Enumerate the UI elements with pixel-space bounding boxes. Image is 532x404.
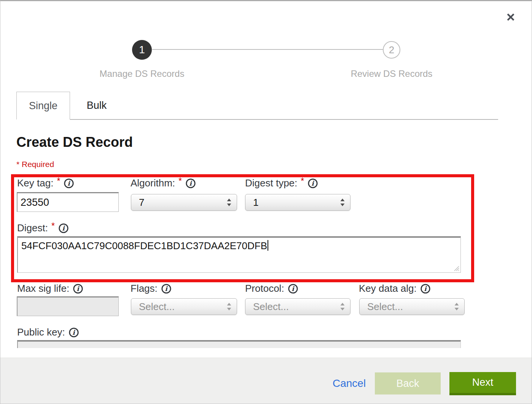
algorithm-select-value: 7	[139, 197, 144, 208]
max-sig-life-input[interactable]	[17, 296, 119, 316]
back-button[interactable]: Back	[375, 372, 441, 394]
required-asterisk: *	[178, 176, 182, 186]
digest-type-select-value: 1	[253, 197, 258, 208]
required-asterisk: *	[51, 221, 55, 231]
step-2-label: Review DS Records	[331, 68, 452, 79]
info-icon[interactable]: i	[64, 178, 74, 189]
info-icon-glyph: i	[312, 180, 315, 187]
flags-select-value: Select...	[139, 301, 175, 313]
close-button[interactable]	[504, 11, 517, 24]
tab-single[interactable]: Single	[16, 92, 70, 119]
algorithm-select[interactable]: 7	[131, 194, 237, 211]
protocol-select-value: Select...	[253, 301, 289, 313]
algorithm-label: Algorithm: * i	[131, 177, 196, 189]
resize-handle-icon[interactable]	[453, 265, 460, 272]
info-icon-glyph: i	[62, 224, 65, 232]
protocol-label: Protocol: i	[245, 283, 298, 294]
tab-divider	[70, 119, 498, 120]
digest-label: Digest: * i	[17, 222, 69, 234]
info-icon-glyph: i	[424, 285, 427, 293]
key-data-alg-label: Key data alg: i	[359, 283, 431, 294]
info-icon-glyph: i	[72, 329, 75, 336]
text-caret	[268, 240, 268, 251]
close-icon	[506, 12, 516, 22]
step-1-number: 1	[139, 44, 145, 56]
info-icon[interactable]: i	[307, 178, 318, 189]
public-key-label: Public key: i	[17, 326, 79, 338]
step-2-indicator: 2	[383, 41, 400, 59]
protocol-select[interactable]: Select...	[245, 298, 350, 315]
algorithm-label-text: Algorithm:	[131, 177, 175, 189]
select-arrows-icon	[226, 197, 232, 207]
info-icon[interactable]: i	[161, 283, 172, 294]
tab-bulk-label: Bulk	[87, 100, 107, 111]
tab-bulk[interactable]: Bulk	[70, 92, 123, 119]
key-data-alg-select-value: Select...	[367, 301, 403, 313]
info-icon[interactable]: i	[68, 327, 79, 338]
digest-textarea[interactable]: 54FCF030AA1C79C0088FDEC1BD1C37DAA2E70DFB	[17, 236, 461, 273]
key-tag-input[interactable]	[17, 192, 119, 212]
protocol-label-text: Protocol:	[245, 283, 284, 294]
info-icon-glyph: i	[68, 180, 71, 187]
public-key-label-text: Public key:	[17, 326, 65, 338]
key-data-alg-select[interactable]: Select...	[359, 298, 465, 315]
digest-label-text: Digest:	[17, 222, 48, 234]
next-button[interactable]: Next	[449, 372, 516, 395]
info-icon-glyph: i	[291, 285, 295, 293]
digest-type-select[interactable]: 1	[245, 194, 350, 211]
max-sig-life-label-text: Max sig life:	[17, 283, 69, 294]
step-1-label: Manage DS Records	[81, 68, 203, 79]
page-title: Create DS Record	[16, 134, 133, 150]
info-icon[interactable]: i	[185, 178, 196, 189]
required-note: * Required	[16, 160, 54, 169]
digest-value: 54FCF030AA1C79C0088FDEC1BD1C37DAA2E70DFB	[21, 240, 267, 251]
select-arrows-icon	[454, 302, 460, 312]
key-data-alg-label-text: Key data alg:	[359, 283, 417, 294]
create-ds-record-modal: 1 2 Manage DS Records Review DS Records …	[0, 0, 532, 404]
digest-type-label-text: Digest type:	[245, 177, 297, 189]
info-icon-glyph: i	[165, 285, 168, 293]
max-sig-life-label: Max sig life: i	[17, 283, 83, 294]
select-arrows-icon	[226, 302, 232, 312]
info-icon[interactable]: i	[58, 223, 69, 234]
public-key-textarea[interactable]	[17, 340, 461, 348]
info-icon[interactable]: i	[73, 283, 83, 294]
flags-label: Flags: i	[131, 283, 172, 294]
info-icon[interactable]: i	[288, 283, 298, 294]
info-icon-glyph: i	[189, 180, 192, 187]
select-arrows-icon	[339, 197, 346, 207]
key-tag-label-text: Key tag:	[17, 177, 53, 189]
key-tag-label: Key tag: * i	[17, 177, 74, 189]
tab-single-label: Single	[29, 100, 57, 112]
info-icon-glyph: i	[77, 285, 80, 293]
cancel-button[interactable]: Cancel	[333, 377, 366, 390]
select-arrows-icon	[339, 302, 346, 312]
required-asterisk: *	[301, 176, 304, 186]
stepper-connector	[152, 49, 383, 50]
step-1-indicator: 1	[132, 40, 152, 60]
info-icon[interactable]: i	[420, 283, 431, 294]
required-asterisk: *	[57, 176, 60, 186]
digest-type-label: Digest type: * i	[245, 177, 318, 189]
step-2-number: 2	[389, 44, 394, 56]
flags-label-text: Flags:	[131, 283, 158, 294]
flags-select[interactable]: Select...	[131, 298, 237, 315]
